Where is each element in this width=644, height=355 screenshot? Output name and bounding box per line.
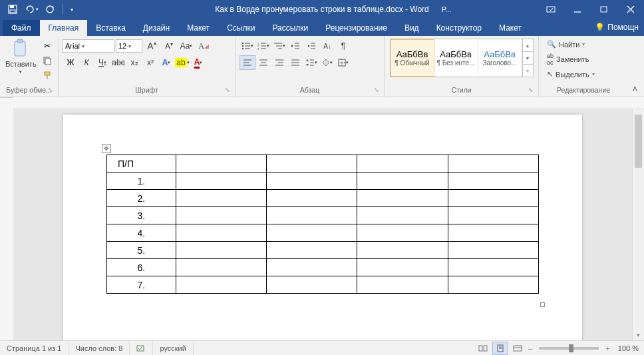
shading-icon[interactable]: ▾ (319, 55, 335, 70)
underline-button[interactable]: Ч▾ (94, 55, 110, 70)
paste-button[interactable]: Вставить ▾ (5, 39, 37, 75)
grow-font-icon[interactable]: A▴ (144, 39, 160, 53)
gallery-more-icon[interactable]: ▿ (523, 65, 533, 77)
table-row: 4. (107, 224, 539, 242)
gallery-down-icon[interactable]: ▾ (523, 52, 533, 65)
header-cell[interactable]: П/П (107, 155, 176, 173)
justify-icon[interactable] (287, 55, 303, 70)
select-button[interactable]: ↖Выделить▾ (544, 69, 597, 80)
strike-button[interactable]: abc (110, 55, 126, 70)
cursor-icon: ↖ (547, 70, 553, 79)
tab-insert[interactable]: Вставка (87, 20, 134, 36)
font-name-combo[interactable]: Arial▾ (63, 39, 114, 53)
style-normal[interactable]: АаБбВв¶ Обычный (391, 39, 434, 77)
borders-icon[interactable]: ▾ (335, 55, 351, 70)
subscript-button[interactable]: x₂ (126, 55, 142, 70)
paragraph-launcher-icon[interactable]: ⤡ (373, 87, 380, 93)
view-print-icon[interactable] (492, 342, 508, 355)
tab-home[interactable]: Главная (40, 20, 88, 36)
font-size-combo[interactable]: 12▾ (116, 39, 142, 53)
undo-icon[interactable]: ▾ (23, 1, 40, 17)
collapse-ribbon-icon[interactable]: ᐱ (628, 82, 641, 95)
find-button[interactable]: 🔍Найти▾ (544, 39, 597, 50)
font-launcher-icon[interactable]: ⤡ (224, 87, 231, 93)
ribbon-display[interactable]: Р... (435, 0, 458, 19)
status-language[interactable]: русский (153, 341, 193, 355)
style-no-spacing[interactable]: АаБбВв¶ Без инте... (434, 39, 478, 77)
vertical-scrollbar[interactable]: ▾ (632, 109, 644, 340)
format-painter-icon[interactable] (41, 69, 54, 81)
tab-file[interactable]: Файл (3, 20, 40, 36)
tab-review[interactable]: Рецензирование (317, 20, 396, 36)
text-effects-icon[interactable]: A▾ (158, 55, 174, 70)
status-word-count[interactable]: Число слов: 8 (69, 341, 130, 355)
replace-icon: abac (547, 53, 554, 66)
ruler-horizontal[interactable] (13, 97, 644, 109)
shrink-font-icon[interactable]: A▾ (161, 39, 177, 53)
styles-gallery[interactable]: АаБбВв¶ Обычный АаБбВв¶ Без инте... АаБб… (390, 39, 534, 77)
font-color-icon[interactable]: A▾ (190, 55, 206, 70)
window-title: Как в Ворде пронумеровать строки в табли… (215, 5, 429, 14)
user-table[interactable]: П/П 1. 2. 3. 4. 5. 6. 7. (106, 155, 539, 294)
scroll-thumb[interactable] (635, 115, 642, 168)
tab-table-design[interactable]: Конструктор (428, 20, 490, 36)
tab-layout[interactable]: Макет (178, 20, 218, 36)
zoom-out-button[interactable]: – (527, 344, 534, 352)
table-resize-handle-icon[interactable] (540, 302, 545, 307)
save-icon[interactable] (4, 1, 21, 17)
qat-customize-icon[interactable]: ▾ (67, 1, 77, 17)
italic-button[interactable]: К (79, 55, 94, 70)
tell-me-label[interactable]: Помощн (607, 23, 639, 32)
tab-view[interactable]: Вид (396, 20, 428, 36)
increase-indent-icon[interactable] (303, 39, 319, 53)
tab-mailings[interactable]: Рассылки (263, 20, 317, 36)
style-heading1[interactable]: АаБбВвЗаголово... (478, 39, 522, 77)
replace-button[interactable]: abacЗаменить (544, 51, 597, 67)
status-spellcheck[interactable] (130, 341, 153, 355)
ruler-vertical[interactable] (0, 97, 13, 340)
ribbon: Вставить ▾ ✂ Буфер обме...⤡ Arial▾ 12▾ A… (0, 36, 644, 97)
copy-icon[interactable] (41, 55, 54, 67)
superscript-button[interactable]: x² (142, 55, 158, 70)
change-case-icon[interactable]: Aa▾ (178, 39, 194, 53)
line-spacing-icon[interactable]: ▾ (303, 55, 319, 70)
zoom-level[interactable]: 100 % (613, 344, 639, 352)
highlight-icon[interactable]: ab▾ (174, 55, 190, 70)
view-read-icon[interactable] (475, 342, 491, 355)
decrease-indent-icon[interactable] (287, 39, 303, 53)
show-marks-icon[interactable]: ¶ (335, 39, 351, 53)
close-icon[interactable] (617, 0, 644, 19)
zoom-slider[interactable] (539, 347, 599, 350)
sort-icon[interactable]: A↓ (319, 39, 335, 53)
table-move-handle-icon[interactable]: ✥ (102, 144, 111, 153)
bullets-icon[interactable]: ▾ (240, 39, 255, 53)
ribbon-options-icon[interactable] (538, 0, 564, 19)
view-web-icon[interactable] (510, 342, 526, 355)
redo-icon[interactable] (41, 1, 59, 17)
clear-formatting-icon[interactable]: A◢ (196, 39, 212, 53)
scroll-down-icon[interactable]: ▾ (633, 329, 644, 340)
tab-design[interactable]: Дизайн (134, 20, 178, 36)
status-bar: Страница 1 из 1 Число слов: 8 русский – … (0, 340, 644, 355)
zoom-in-button[interactable]: + (604, 344, 611, 352)
gallery-up-icon[interactable]: ▴ (523, 39, 533, 52)
align-center-icon[interactable] (255, 55, 271, 70)
align-left-icon[interactable] (240, 55, 255, 70)
cut-icon[interactable]: ✂ (41, 40, 54, 52)
bold-button[interactable]: Ж (63, 55, 79, 70)
align-right-icon[interactable] (271, 55, 287, 70)
status-page[interactable]: Страница 1 из 1 (0, 341, 69, 355)
styles-launcher-icon[interactable]: ⤡ (528, 87, 534, 93)
minimize-icon[interactable] (564, 0, 591, 19)
table-row: 7. (107, 276, 539, 294)
table-row: 5. (107, 242, 539, 259)
document-scroll[interactable]: ✥ П/П 1. 2. 3. 4. 5. 6. 7. (13, 109, 632, 340)
page[interactable]: ✥ П/П 1. 2. 3. 4. 5. 6. 7. (63, 115, 582, 340)
tab-references[interactable]: Ссылки (218, 20, 263, 36)
tell-me-icon[interactable]: 💡 (595, 23, 605, 32)
maximize-icon[interactable] (591, 0, 617, 19)
clipboard-launcher-icon[interactable]: ⤡ (47, 87, 54, 93)
multilevel-icon[interactable]: ▾ (271, 39, 287, 53)
numbering-icon[interactable]: 123▾ (255, 39, 271, 53)
tab-table-layout[interactable]: Макет (490, 20, 530, 36)
